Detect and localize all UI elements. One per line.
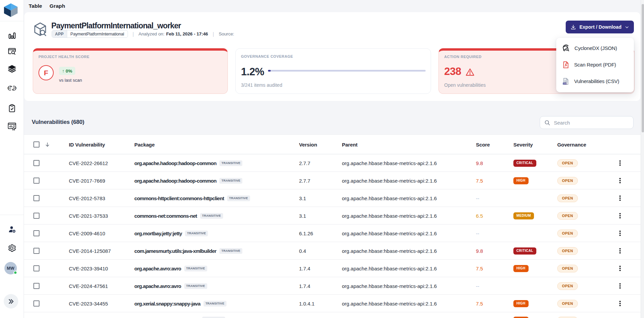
- cell-package: org.apache.avro:avro TRANSITIVE: [134, 260, 207, 277]
- cell-actions: [617, 242, 623, 260]
- row-checkbox[interactable]: [33, 248, 39, 254]
- cell-severity: CRITICAL: [513, 242, 536, 260]
- app-logo-icon[interactable]: [3, 2, 19, 18]
- scrollbar-thumb[interactable]: [642, 4, 644, 132]
- col-header-governance[interactable]: Governance: [557, 135, 586, 154]
- cell-id-vulnerability: CVE-2017-7669: [69, 172, 105, 189]
- package-name: commons-net:commons-net: [134, 213, 197, 219]
- row-checkbox[interactable]: [33, 230, 39, 236]
- svg-text:CSV: CSV: [563, 83, 567, 84]
- svg-text:OPS: OPS: [13, 87, 17, 89]
- online-status-dot: [14, 271, 17, 274]
- package-name: org.apache.hadoop:hadoop-common: [134, 160, 216, 166]
- vertical-scrollbar[interactable]: [641, 0, 644, 318]
- cell-package: org.apache.hadoop:hadoop-common TRANSITI…: [134, 154, 242, 172]
- row-actions-kebab[interactable]: [617, 176, 623, 185]
- row-actions-kebab[interactable]: [617, 229, 623, 238]
- cell-severity: CRITICAL: [513, 154, 536, 172]
- cell-id-vulnerability: CVE-2023-39410: [69, 260, 108, 277]
- menu-item-cyclonedx-json[interactable]: CycloneDX (JSON): [556, 40, 634, 56]
- cell-id-vulnerability: CVE-2012-5783: [69, 189, 105, 207]
- row-actions-kebab[interactable]: [617, 281, 623, 291]
- table-row: CVE-2012-5783 commons-httpclient:commons…: [24, 189, 641, 207]
- governance-badge: OPEN: [557, 247, 578, 255]
- person-add-icon: [7, 225, 17, 234]
- chevrons-right-icon: [8, 298, 15, 305]
- export-download-button[interactable]: Export / Download: [566, 21, 634, 33]
- warning-triangle-icon: [465, 68, 475, 76]
- row-actions-kebab[interactable]: [617, 317, 623, 318]
- row-checkbox[interactable]: [33, 160, 39, 166]
- cell-actions: [617, 312, 623, 318]
- layers-icon: [7, 64, 17, 73]
- sidebar-item-settings[interactable]: [0, 243, 24, 253]
- cell-parent: org.apache.hbase:hbase-metrics-api:2.1.6: [342, 207, 437, 224]
- sidebar-item-dashboard[interactable]: [0, 31, 24, 40]
- menu-item-vulnerabilities-csv[interactable]: CSV Vulnerabilities (CSV): [556, 73, 634, 89]
- select-all-checkbox[interactable]: [33, 141, 39, 148]
- row-checkbox[interactable]: [33, 300, 39, 307]
- cell-parent: org.apache.hbase:hbase-metrics-api:2.1.6: [342, 242, 437, 260]
- transitive-badge: TRANSITIVE: [184, 283, 207, 289]
- sort-descending-icon[interactable]: [45, 142, 50, 148]
- col-header-severity[interactable]: Severity: [513, 135, 533, 154]
- col-header-version[interactable]: Version: [299, 135, 317, 154]
- sidebar-item-invite-user[interactable]: [0, 225, 24, 234]
- sidebar-expand-button[interactable]: [4, 294, 18, 309]
- row-actions-kebab[interactable]: [617, 299, 623, 308]
- tab-table[interactable]: Table: [29, 3, 42, 9]
- severity-badge: MEDIUM: [513, 212, 534, 219]
- transitive-badge: TRANSITIVE: [219, 178, 242, 184]
- cell-parent: org.apache.hbase:hbase-metrics-api:2.1.6: [342, 277, 437, 295]
- col-header-package[interactable]: Package: [134, 135, 155, 154]
- cell-governance: OPEN: [557, 172, 578, 189]
- cell-score: 9.8: [476, 154, 483, 172]
- clipboard-check-icon: [7, 104, 17, 113]
- governance-progress-bar: [268, 70, 426, 72]
- sidebar-item-audit[interactable]: [0, 104, 24, 113]
- package-name: org.apache.hadoop:hadoop-common: [134, 178, 216, 184]
- governance-card-label: GOVERNANCE COVERAGE: [241, 54, 293, 58]
- row-checkbox[interactable]: [33, 283, 39, 289]
- sidebar-item-scans[interactable]: [0, 47, 24, 56]
- transitive-badge: TRANSITIVE: [185, 231, 208, 236]
- row-actions-kebab[interactable]: [617, 211, 623, 220]
- action-sub: Open vulnerabilities: [444, 82, 486, 88]
- governance-percent: 1.2%: [241, 66, 264, 78]
- cell-actions: [617, 172, 623, 189]
- sidebar-item-devops[interactable]: DEV OPS: [0, 84, 24, 92]
- user-avatar[interactable]: MW: [4, 262, 17, 274]
- row-actions-kebab[interactable]: [617, 264, 623, 273]
- col-header-parent[interactable]: Parent: [342, 135, 357, 154]
- analyzed-on-value: Feb 11, 2026 - 17:46: [166, 31, 208, 36]
- sidebar-item-layers[interactable]: [0, 64, 24, 73]
- cell-severity: HIGH: [513, 312, 529, 318]
- cell-governance: OPEN: [557, 312, 578, 318]
- source-label: Source:: [219, 31, 234, 36]
- package-name: org.apache.avro:avro: [134, 283, 181, 289]
- row-checkbox[interactable]: [33, 195, 39, 201]
- row-checkbox[interactable]: [33, 213, 39, 219]
- row-checkbox[interactable]: [33, 178, 39, 184]
- cell-package: TRANSITIVE: [134, 312, 225, 318]
- row-actions-kebab[interactable]: [617, 246, 623, 256]
- tab-graph[interactable]: Graph: [50, 3, 65, 9]
- separator: |: [133, 31, 134, 37]
- health-card-label: PROJECT HEALTH SCORE: [38, 55, 89, 59]
- cell-actions: [617, 277, 623, 295]
- col-header-id-vulnerability[interactable]: ID Vulnerability: [69, 135, 105, 154]
- row-checkbox[interactable]: [33, 265, 39, 271]
- col-header-score[interactable]: Score: [476, 135, 490, 154]
- row-actions-kebab[interactable]: [617, 193, 623, 203]
- menu-item-scan-report-pdf[interactable]: Scan Report (PDF): [556, 56, 634, 73]
- table-row: CVE-2017-7669 org.apache.hadoop:hadoop-c…: [24, 172, 641, 189]
- table-row: CVE-2023-34455 org.xerial.snappy:snappy-…: [24, 295, 641, 312]
- search-input[interactable]: [554, 120, 621, 126]
- governance-badge: OPEN: [557, 212, 578, 220]
- cell-package: org.xerial.snappy:snappy-java TRANSITIVE: [134, 295, 226, 312]
- transitive-badge: TRANSITIVE: [219, 160, 242, 166]
- row-actions-kebab[interactable]: [617, 158, 623, 168]
- cell-governance: OPEN: [557, 242, 578, 260]
- sidebar-item-reports[interactable]: [0, 122, 24, 131]
- cell-version: 3.1: [299, 207, 306, 224]
